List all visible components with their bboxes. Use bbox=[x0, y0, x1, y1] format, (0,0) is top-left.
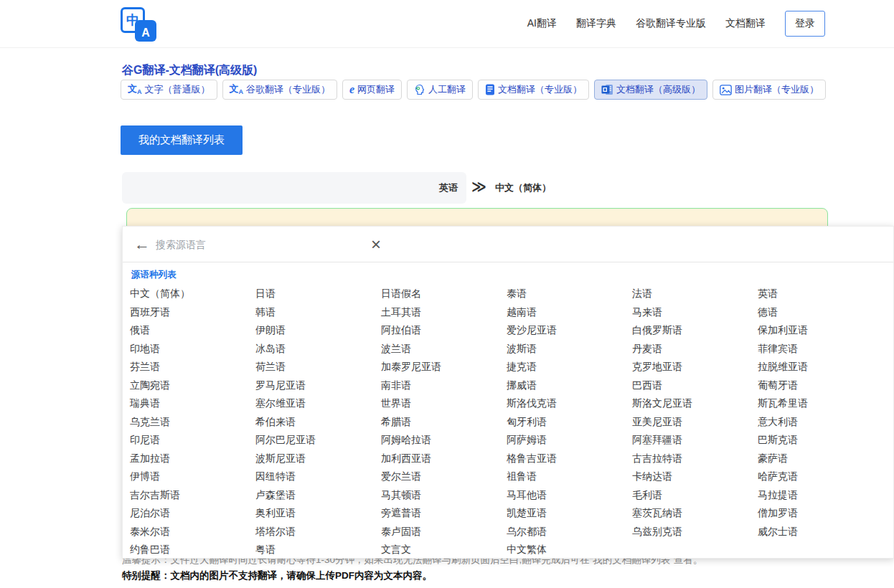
language-item[interactable]: 毛利语 bbox=[632, 486, 758, 505]
language-item[interactable]: 亚美尼亚语 bbox=[632, 413, 758, 432]
language-item[interactable]: 爱尔兰语 bbox=[381, 468, 507, 486]
tab-doc-advanced[interactable]: 文档翻译（高级版） bbox=[594, 80, 707, 100]
language-item[interactable]: 土耳其语 bbox=[381, 303, 507, 322]
language-item[interactable]: 阿萨姆语 bbox=[507, 431, 632, 450]
language-item[interactable]: 中文繁体 bbox=[507, 541, 632, 559]
language-item[interactable]: 立陶宛语 bbox=[130, 376, 255, 395]
language-item[interactable]: 阿姆哈拉语 bbox=[381, 431, 507, 450]
language-item[interactable]: 吉尔吉斯语 bbox=[130, 486, 255, 505]
language-item[interactable]: 印地语 bbox=[130, 340, 255, 359]
language-item[interactable]: 日语 bbox=[255, 285, 381, 303]
language-item[interactable]: 葡萄牙语 bbox=[758, 376, 883, 395]
language-item[interactable]: 巴斯克语 bbox=[758, 431, 883, 450]
language-item[interactable]: 挪威语 bbox=[507, 376, 632, 395]
language-item[interactable]: 保加利亚语 bbox=[758, 321, 883, 340]
language-item[interactable]: 塔塔尔语 bbox=[255, 523, 381, 541]
language-item[interactable]: 越南语 bbox=[507, 303, 632, 322]
language-item[interactable]: 加利西亚语 bbox=[381, 450, 507, 468]
language-item[interactable]: 拉脱维亚语 bbox=[758, 358, 883, 376]
language-item[interactable]: 波斯尼亚语 bbox=[255, 450, 381, 468]
nav-translate-dictionary[interactable]: 翻译字典 bbox=[576, 17, 616, 30]
tab-text-basic[interactable]: 文A 文字（普通版） bbox=[121, 80, 217, 100]
nav-google-translate-pro[interactable]: 谷歌翻译专业版 bbox=[636, 17, 706, 30]
language-item[interactable]: 马拉提语 bbox=[758, 486, 883, 505]
source-language-selector[interactable]: 英语 bbox=[439, 181, 458, 194]
language-item[interactable]: 爱沙尼亚语 bbox=[507, 321, 632, 340]
language-item[interactable]: 德语 bbox=[758, 303, 883, 322]
tab-human-translate[interactable]: 人工翻译 bbox=[407, 80, 473, 100]
target-language-selector[interactable]: 中文（简体） bbox=[495, 181, 551, 194]
language-item[interactable]: 乌兹别克语 bbox=[632, 523, 758, 541]
language-item[interactable]: 希伯来语 bbox=[255, 413, 381, 432]
language-item[interactable]: 丹麦语 bbox=[632, 340, 758, 359]
language-item[interactable]: 尼泊尔语 bbox=[130, 504, 255, 523]
language-item[interactable]: 芬兰语 bbox=[130, 358, 255, 376]
language-item[interactable]: 中文（简体） bbox=[130, 285, 255, 303]
language-item[interactable]: 日语假名 bbox=[381, 285, 507, 303]
tab-doc-pro[interactable]: 文档翻译（专业版） bbox=[478, 80, 589, 100]
language-item[interactable]: 伊朗语 bbox=[255, 321, 381, 340]
language-item[interactable]: 菲律宾语 bbox=[758, 340, 883, 359]
search-source-language-input[interactable] bbox=[156, 239, 357, 250]
language-item[interactable]: 西班牙语 bbox=[130, 303, 255, 322]
language-item[interactable]: 克罗地亚语 bbox=[632, 358, 758, 376]
language-item[interactable]: 卡纳达语 bbox=[632, 468, 758, 486]
language-item[interactable]: 匈牙利语 bbox=[507, 413, 632, 432]
language-item[interactable]: 奥利亚语 bbox=[255, 504, 381, 523]
language-item[interactable]: 韩语 bbox=[255, 303, 381, 322]
language-item[interactable]: 英语 bbox=[758, 285, 883, 303]
language-item[interactable]: 粤语 bbox=[255, 541, 381, 559]
language-item[interactable]: 荷兰语 bbox=[255, 358, 381, 376]
language-item[interactable]: 巴西语 bbox=[632, 376, 758, 395]
language-item[interactable]: 阿尔巴尼亚语 bbox=[255, 431, 381, 450]
close-icon[interactable]: × bbox=[371, 236, 381, 253]
language-item[interactable]: 威尔士语 bbox=[758, 523, 883, 541]
language-item[interactable]: 豪萨语 bbox=[758, 450, 883, 468]
nav-document-translate[interactable]: 文档翻译 bbox=[725, 17, 766, 30]
tab-image-pro[interactable]: 图片翻译（专业版） bbox=[712, 80, 826, 100]
language-item[interactable]: 世界语 bbox=[381, 394, 507, 413]
language-item[interactable]: 约鲁巴语 bbox=[130, 541, 255, 559]
language-item[interactable]: 加泰罗尼亚语 bbox=[381, 358, 507, 376]
language-item[interactable]: 伊博语 bbox=[130, 468, 255, 486]
language-item[interactable]: 斯瓦希里语 bbox=[758, 394, 883, 413]
language-item[interactable]: 波兰语 bbox=[381, 340, 507, 359]
language-item[interactable]: 泰米尔语 bbox=[130, 523, 255, 541]
language-item[interactable]: 捷克语 bbox=[507, 358, 632, 376]
language-item[interactable]: 阿拉伯语 bbox=[381, 321, 507, 340]
login-button[interactable]: 登录 bbox=[785, 11, 825, 37]
language-item[interactable]: 旁遮普语 bbox=[381, 504, 507, 523]
language-item[interactable]: 瑞典语 bbox=[130, 394, 255, 413]
my-doc-list-button[interactable]: 我的文档翻译列表 bbox=[121, 125, 243, 155]
tab-google-pro[interactable]: 文A 谷歌翻译（专业版） bbox=[222, 80, 338, 100]
language-item[interactable]: 因纽特语 bbox=[255, 468, 381, 486]
language-item[interactable]: 阿塞拜疆语 bbox=[632, 431, 758, 450]
language-item[interactable]: 斯洛文尼亚语 bbox=[632, 394, 758, 413]
language-item[interactable]: 古吉拉特语 bbox=[632, 450, 758, 468]
back-arrow-icon[interactable]: ← bbox=[134, 237, 150, 252]
language-item[interactable]: 乌尔都语 bbox=[507, 523, 632, 541]
language-item[interactable]: 斯洛伐克语 bbox=[507, 394, 632, 413]
language-item[interactable]: 孟加拉语 bbox=[130, 450, 255, 468]
language-item[interactable]: 意大利语 bbox=[758, 413, 883, 432]
language-item[interactable]: 乌克兰语 bbox=[130, 413, 255, 432]
language-item[interactable]: 文言文 bbox=[381, 541, 507, 559]
language-item[interactable]: 僧加罗语 bbox=[758, 504, 883, 523]
language-item[interactable]: 法语 bbox=[632, 285, 758, 303]
language-item[interactable]: 波斯语 bbox=[507, 340, 632, 359]
language-item[interactable]: 格鲁吉亚语 bbox=[507, 450, 632, 468]
language-item[interactable]: 希腊语 bbox=[381, 413, 507, 432]
nav-ai-translate[interactable]: AI翻译 bbox=[527, 17, 557, 30]
language-item[interactable]: 印尼语 bbox=[130, 431, 255, 450]
language-item[interactable]: 罗马尼亚语 bbox=[255, 376, 381, 395]
language-item[interactable]: 白俄罗斯语 bbox=[632, 321, 758, 340]
language-item[interactable]: 冰岛语 bbox=[255, 340, 381, 359]
language-item[interactable]: 马来语 bbox=[632, 303, 758, 322]
language-item[interactable]: 泰卢固语 bbox=[381, 523, 507, 541]
language-item[interactable]: 俄语 bbox=[130, 321, 255, 340]
language-item[interactable]: 卢森堡语 bbox=[255, 486, 381, 505]
language-item[interactable]: 马其顿语 bbox=[381, 486, 507, 505]
translate-logo-icon[interactable]: 中 A bbox=[121, 6, 158, 42]
language-item[interactable]: 塞尔维亚语 bbox=[255, 394, 381, 413]
language-item[interactable]: 哈萨克语 bbox=[758, 468, 883, 486]
